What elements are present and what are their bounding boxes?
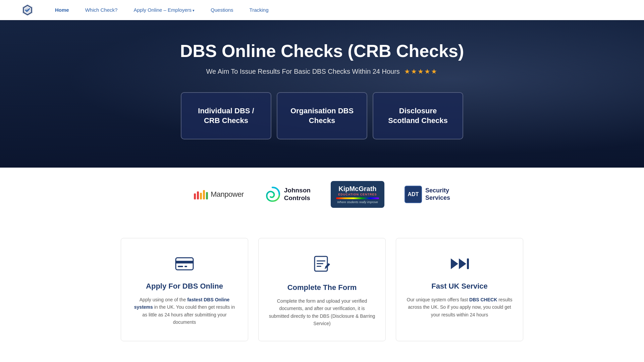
feature-apply-text: Apply using one of the fastest DBS Onlin… — [131, 296, 238, 326]
feature-fast-title: Fast UK Service — [406, 282, 513, 291]
hero-card-organisation[interactable]: Organisation DBS Checks — [277, 92, 367, 139]
svg-rect-13 — [467, 258, 469, 269]
hero-cards: Individual DBS / CRB Checks Organisation… — [180, 92, 464, 139]
svg-rect-9 — [317, 263, 323, 264]
jc-label: JohnsonControls — [284, 187, 311, 202]
logo-johnson-controls: JohnsonControls — [264, 186, 311, 203]
feature-fast-text: Our unique system offers fast DBS CHECK … — [406, 296, 513, 318]
hero-card-scotland[interactable]: Disclosure Scotland Checks — [373, 92, 463, 139]
nav-questions[interactable]: Questions — [211, 7, 233, 13]
adt-label: SecurityServices — [425, 187, 450, 201]
feature-apply-title: Apply For DBS Online — [131, 282, 238, 291]
navbar: Home Which Check? Apply Online – Employe… — [0, 0, 644, 20]
feature-form-title: Complete The Form — [269, 283, 375, 292]
hero-subtitle: We Aim To Issue Results For Basic DBS Ch… — [180, 67, 464, 75]
features-section: Apply For DBS Online Apply using one of … — [0, 221, 644, 358]
hero-stars: ★★★★★ — [404, 68, 438, 75]
feature-form: Complete The Form Complete the form and … — [258, 238, 386, 341]
nav-home[interactable]: Home — [55, 7, 69, 13]
feature-apply: Apply For DBS Online Apply using one of … — [121, 238, 248, 341]
edit-icon — [269, 255, 375, 277]
nav-apply-online[interactable]: Apply Online – Employers — [133, 7, 195, 13]
svg-rect-5 — [178, 266, 183, 267]
svg-rect-3 — [176, 258, 193, 270]
logos-strip: Manpower JohnsonControls KipMcGrath — [0, 168, 644, 221]
logo-adt: ADT SecurityServices — [405, 186, 450, 203]
feature-form-text: Complete the form and upload your verifi… — [269, 297, 375, 327]
kip-tagline: Where students really improve — [336, 200, 379, 204]
svg-marker-11 — [451, 258, 458, 269]
logo[interactable] — [20, 3, 35, 17]
feature-fast: Fast UK Service Our unique system offers… — [396, 238, 523, 341]
svg-rect-8 — [317, 260, 325, 261]
svg-point-2 — [26, 9, 29, 11]
svg-rect-6 — [184, 266, 187, 267]
hero-section: DBS Online Checks (CRB Checks) We Aim To… — [0, 20, 644, 168]
svg-rect-10 — [317, 266, 321, 267]
logo-manpower: Manpower — [194, 189, 244, 199]
nav-links: Home Which Check? Apply Online – Employe… — [55, 7, 269, 13]
hero-card-individual[interactable]: Individual DBS / CRB Checks — [181, 92, 271, 139]
nav-which-check[interactable]: Which Check? — [85, 7, 118, 13]
manpower-label: Manpower — [211, 190, 244, 199]
nav-tracking[interactable]: Tracking — [250, 7, 269, 13]
kip-subtitle: EDUCATION CENTRES — [336, 193, 379, 196]
hero-title: DBS Online Checks (CRB Checks) — [180, 42, 464, 61]
adt-shield-icon: ADT — [405, 186, 422, 203]
svg-rect-4 — [176, 261, 193, 263]
credit-card-icon — [131, 255, 238, 275]
kip-title: KipMcGrath — [336, 185, 379, 193]
logo-kipmcgrath: KipMcGrath EDUCATION CENTRES Where stude… — [331, 181, 384, 208]
kip-bar — [336, 197, 379, 199]
svg-marker-12 — [459, 258, 466, 269]
fast-forward-icon — [406, 255, 513, 275]
